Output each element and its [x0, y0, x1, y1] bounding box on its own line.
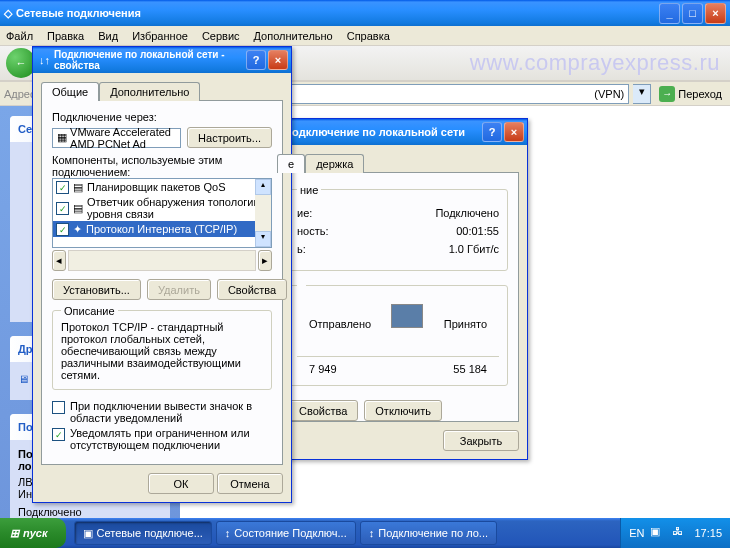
status-state-value: Подключено	[435, 207, 499, 219]
vpn-label: (VPN)	[594, 88, 624, 100]
checkbox-icon[interactable]: ✓	[56, 181, 69, 194]
taskbar-item[interactable]: ↕ Состояние Подключ...	[216, 521, 356, 545]
status-speed-label: ь:	[297, 243, 449, 255]
scroll-left-button[interactable]: ◂	[52, 250, 66, 271]
properties-dialog: ↓↑ Подключение по локальной сети - свойс…	[32, 46, 292, 503]
checkbox-notify-limited[interactable]: ✓	[52, 428, 65, 441]
address-dropdown[interactable]: ▾	[633, 84, 651, 104]
tray-network-icon[interactable]: 🖧	[672, 525, 688, 541]
item-label: Протокол Интернета (TCP/IP)	[86, 223, 237, 235]
recv-value: 55 184	[453, 363, 487, 375]
status-dialog-titlebar[interactable]: е Подключение по локальной сети ? ×	[269, 119, 527, 145]
panel-title-1: Се	[18, 123, 32, 135]
tab-support[interactable]: держка	[305, 154, 364, 173]
taskbar-item[interactable]: ↕ Подключение по ло...	[360, 521, 497, 545]
list-item[interactable]: ✓ ▤ Ответчик обнаружения топологии уровн…	[53, 195, 271, 221]
status-dialog: е Подключение по локальной сети ? × е де…	[268, 118, 528, 460]
recv-label: Принято	[444, 318, 487, 330]
network-icon: ◇	[4, 7, 12, 20]
service-icon: ▤	[73, 202, 83, 215]
item-label: Планировщик пакетов QoS	[87, 181, 226, 193]
properties-dialog-body: Общие Дополнительно Подключение через: ▦…	[33, 73, 291, 502]
system-tray: EN ▣ 🖧 17:15	[620, 518, 730, 548]
windows-logo-icon: ⊞	[10, 527, 19, 540]
checkbox-icon[interactable]: ✓	[56, 223, 69, 236]
menu-tools[interactable]: Сервис	[202, 30, 240, 42]
menu-file[interactable]: Файл	[6, 30, 33, 42]
components-label: Компоненты, используемые этим подключени…	[52, 154, 272, 178]
component-properties-button[interactable]: Свойства	[217, 279, 287, 300]
status-speed-value: 1.0 Гбит/с	[449, 243, 499, 255]
disconnect-button[interactable]: Отключить	[364, 400, 442, 421]
status-close-button[interactable]: Закрыть	[443, 430, 519, 451]
help-button[interactable]: ?	[482, 122, 502, 142]
scroll-down-icon[interactable]: ▾	[255, 231, 271, 247]
clock[interactable]: 17:15	[694, 527, 722, 539]
go-button[interactable]: → Переход	[655, 86, 726, 102]
go-arrow-icon: →	[659, 86, 675, 102]
tray-icon[interactable]: ▣	[650, 525, 666, 541]
status-dialog-title: е Подключение по локальной сети	[275, 126, 482, 138]
menu-advanced[interactable]: Дополнительно	[254, 30, 333, 42]
checkbox-icon[interactable]: ✓	[56, 202, 69, 215]
language-indicator[interactable]: EN	[629, 527, 644, 539]
remove-button: Удалить	[147, 279, 211, 300]
dialog-close-button[interactable]: ×	[504, 122, 524, 142]
menu-edit[interactable]: Правка	[47, 30, 84, 42]
task-label: Сетевые подключе...	[97, 527, 203, 539]
tab-general[interactable]: Общие	[41, 82, 99, 101]
adapter-field: ▦ VMware Accelerated AMD PCNet Ad	[52, 128, 181, 148]
list-item[interactable]: ✓ ▤ Планировщик пакетов QoS	[53, 179, 271, 195]
taskbar-item[interactable]: ▣ Сетевые подключе...	[74, 521, 212, 545]
scrollbar[interactable]: ▴ ▾	[255, 179, 271, 247]
tab-advanced[interactable]: Дополнительно	[99, 82, 200, 101]
detail-status: Подключено	[18, 506, 162, 518]
cancel-button[interactable]: Отмена	[217, 473, 283, 494]
folder-icon: ▣	[83, 527, 93, 540]
dialog-close-button[interactable]: ×	[268, 50, 288, 70]
window-title: Сетевые подключения	[12, 7, 659, 19]
install-button[interactable]: Установить...	[52, 279, 141, 300]
option-notify-limited: Уведомлять при ограниченном или отсутств…	[70, 427, 272, 451]
connection-icon: ↓↑	[39, 54, 50, 66]
tab-general-status[interactable]: е	[277, 154, 305, 173]
properties-dialog-titlebar[interactable]: ↓↑ Подключение по локальной сети - свойс…	[33, 47, 291, 73]
list-item-selected[interactable]: ✓ ✦ Протокол Интернета (TCP/IP)	[53, 221, 271, 237]
protocol-icon: ✦	[73, 223, 82, 236]
close-button[interactable]: ×	[705, 3, 726, 24]
menu-favorites[interactable]: Избранное	[132, 30, 188, 42]
properties-dialog-title: Подключение по локальной сети - свойства	[50, 49, 246, 71]
scroll-up-icon[interactable]: ▴	[255, 179, 271, 195]
activity-icon	[377, 304, 437, 344]
sent-value: 7 949	[309, 363, 337, 375]
description-title: Описание	[61, 305, 118, 317]
task-label: Подключение по ло...	[378, 527, 488, 539]
components-list[interactable]: ✓ ▤ Планировщик пакетов QoS ✓ ▤ Ответчик…	[52, 178, 272, 248]
minimize-button[interactable]: _	[659, 3, 680, 24]
status-properties-button[interactable]: Свойства	[288, 400, 358, 421]
go-label: Переход	[678, 88, 722, 100]
maximize-button[interactable]: □	[682, 3, 703, 24]
connection-icon: ↕	[225, 527, 231, 539]
adapter-name: VMware Accelerated AMD PCNet Ad	[70, 126, 176, 150]
description-text: Протокол TCP/IP - стандартный протокол г…	[61, 321, 263, 381]
start-button[interactable]: ⊞ пуск	[0, 518, 66, 548]
taskbar: ⊞ пуск ▣ Сетевые подключе... ↕ Состояние…	[0, 518, 730, 548]
checkbox-notify-icon[interactable]	[52, 401, 65, 414]
status-duration-value: 00:01:55	[456, 225, 499, 237]
scroll-right-button[interactable]: ▸	[258, 250, 272, 271]
group-connection: ние	[297, 184, 321, 196]
explorer-titlebar: ◇ Сетевые подключения _ □ ×	[0, 0, 730, 26]
ok-button[interactable]: ОК	[148, 473, 214, 494]
configure-button[interactable]: Настроить...	[187, 127, 272, 148]
help-button[interactable]: ?	[246, 50, 266, 70]
panel-title-2: Др	[18, 343, 33, 355]
menu-view[interactable]: Вид	[98, 30, 118, 42]
menu-help[interactable]: Справка	[347, 30, 390, 42]
option-show-icon: При подключении вывести значок в области…	[70, 400, 272, 424]
nic-icon: ▦	[57, 131, 67, 144]
connection-icon: ↕	[369, 527, 375, 539]
group-activity	[297, 280, 306, 292]
status-state-label: ие:	[297, 207, 435, 219]
connect-using-label: Подключение через:	[52, 111, 272, 123]
